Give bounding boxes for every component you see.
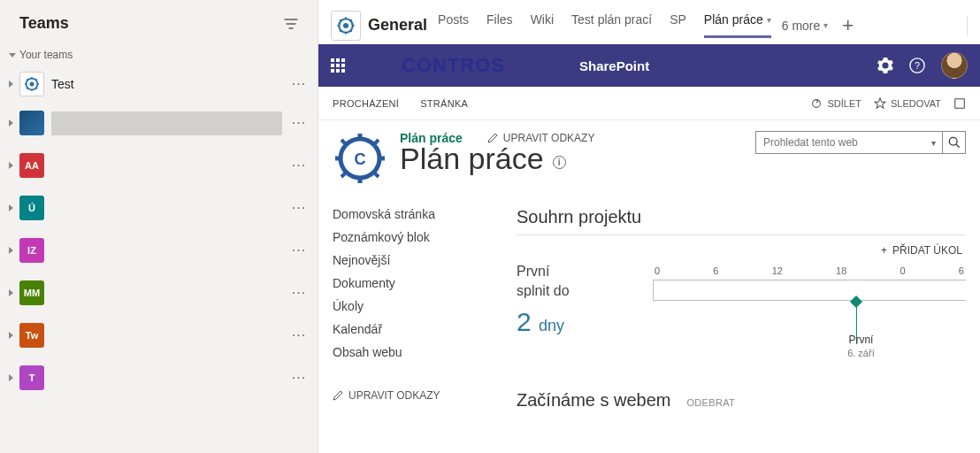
team-more-icon[interactable]: ··· [287,115,310,131]
filter-icon[interactable] [284,17,298,31]
search-dropdown-icon[interactable]: ▾ [924,138,942,148]
teams-sidebar: Teams Your teams Test ··· ··· AA ··· Ú ·… [0,0,318,453]
gear-icon[interactable] [877,58,893,73]
team-caret[interactable] [5,119,16,127]
team-row-test[interactable]: Test ··· [0,66,318,102]
team-caret[interactable] [5,332,16,339]
team-more-icon[interactable]: ··· [287,327,310,343]
team-row[interactable]: MM ··· [0,272,318,314]
search-input[interactable] [756,136,924,149]
team-caret[interactable] [5,81,16,88]
team-more-icon[interactable]: ··· [287,200,310,216]
nav-item[interactable]: Kalendář [333,322,509,336]
team-row[interactable]: AA ··· [0,144,318,187]
team-list: Test ··· ··· AA ··· Ú ··· IZ ··· MM ··· … [0,65,318,399]
follow-button[interactable]: SLEDOVAT [874,97,941,110]
edit-links-nav[interactable]: UPRAVIT ODKAZY [333,389,509,402]
remove-link[interactable]: ODEBRAT [687,397,735,408]
sp-content: Souhrn projektu PŘIDAT ÚKOL Prvnísplnit … [509,207,966,442]
team-more-icon[interactable]: ··· [287,157,310,173]
team-caret[interactable] [5,374,16,381]
share-button[interactable]: SDÍLET [810,97,861,110]
tab-posts[interactable]: Posts [438,12,469,38]
deadline-box: Prvnísplnit do 2 dny [517,262,632,337]
sharepoint-bar: CONTROS SharePoint ? [318,44,980,87]
team-more-icon[interactable]: ··· [287,76,310,92]
your-teams-header[interactable]: Your teams [0,45,318,65]
timeline-bar[interactable]: První 6. září [653,280,966,301]
nav-item[interactable]: Dokumenty [333,276,509,290]
chevron-down-icon: ▾ [823,20,828,30]
tab-wiki[interactable]: Wiki [531,12,554,38]
team-more-icon[interactable]: ··· [287,242,310,258]
team-avatar: MM [19,280,44,305]
timeline: 06121806 První 6. září [653,265,966,337]
channel-tabs: PostsFilesWikiTest plán pracíSPPlán prác… [438,7,771,43]
team-more-icon[interactable]: ··· [287,370,310,386]
info-icon[interactable]: i [553,156,566,169]
tick-label: 12 [772,265,783,276]
nav-item[interactable]: Poznámkový blok [333,230,509,244]
nav-item[interactable]: Obsah webu [333,345,509,359]
page-tab[interactable]: STRÁNKA [420,98,468,109]
divider [967,16,968,35]
team-caret[interactable] [5,162,16,169]
waffle-icon[interactable] [331,58,345,73]
team-row[interactable]: IZ ··· [0,229,318,272]
user-avatar[interactable] [941,52,968,79]
team-row[interactable]: ··· [0,102,318,144]
search-go-button[interactable] [942,132,965,153]
team-more-icon[interactable]: ··· [287,285,310,301]
svg-rect-6 [955,98,965,108]
brand-logo: CONTROS [396,54,510,77]
browse-tab[interactable]: PROCHÁZENÍ [333,98,399,109]
tick-label: 0 [655,265,660,276]
marker-label: První [840,334,881,346]
sharepoint-label: SharePoint [579,58,649,73]
nav-item[interactable]: Domovská stránka [333,207,509,221]
your-teams-label: Your teams [19,49,73,61]
team-row[interactable]: Ú ··· [0,187,318,229]
team-caret[interactable] [5,204,16,211]
channel-icon [331,11,361,41]
add-task-button[interactable]: PŘIDAT ÚKOL [517,235,966,260]
chevron-down-icon: ▾ [767,15,771,25]
team-caret[interactable] [5,289,16,296]
tick-label: 6 [713,265,718,276]
svg-text:C: C [355,150,366,168]
svg-text:?: ? [915,60,920,71]
sp-action-row: PROCHÁZENÍ STRÁNKA SDÍLET SLEDOVAT [318,87,980,120]
tab-test-plán-prací[interactable]: Test plán prací [571,12,652,38]
team-avatar: T [19,365,44,390]
sp-page: C Plán práce UPRAVIT ODKAZY Plán práce i… [318,120,980,453]
svg-point-1 [30,82,34,87]
tick-label: 0 [900,265,906,276]
more-tabs[interactable]: 6 more▾ [782,19,829,33]
team-row[interactable]: Tw ··· [0,314,318,357]
team-avatar: Tw [19,323,44,348]
site-logo: C [333,131,387,186]
page-title: Plán práce i [400,142,594,176]
marker-date: 6. září [840,348,881,358]
tab-sp[interactable]: SP [670,12,686,38]
nav-item[interactable]: Nejnovější [333,253,509,267]
tab-files[interactable]: Files [486,12,513,38]
channel-name: General [368,16,427,35]
tab-plán-práce[interactable]: Plán práce▾ [704,12,771,38]
team-avatar [19,111,44,135]
team-caret[interactable] [5,247,16,254]
team-label: Test [51,77,287,91]
add-tab-button[interactable]: + [842,14,854,37]
nav-item[interactable]: Úkoly [333,299,509,313]
deadline-value: 2 dny [517,307,632,337]
caret-down-icon [9,53,16,58]
svg-point-3 [343,23,348,28]
sp-left-nav: Domovská stránkaPoznámkový blokNejnovějš… [333,207,509,442]
focus-button[interactable] [953,97,966,110]
team-row[interactable]: T ··· [0,357,318,399]
team-avatar: Ú [19,196,44,220]
team-avatar: AA [19,153,44,178]
help-icon[interactable]: ? [909,58,925,73]
tick-label: 6 [959,265,964,276]
main-area: General PostsFilesWikiTest plán pracíSPP… [318,0,980,453]
